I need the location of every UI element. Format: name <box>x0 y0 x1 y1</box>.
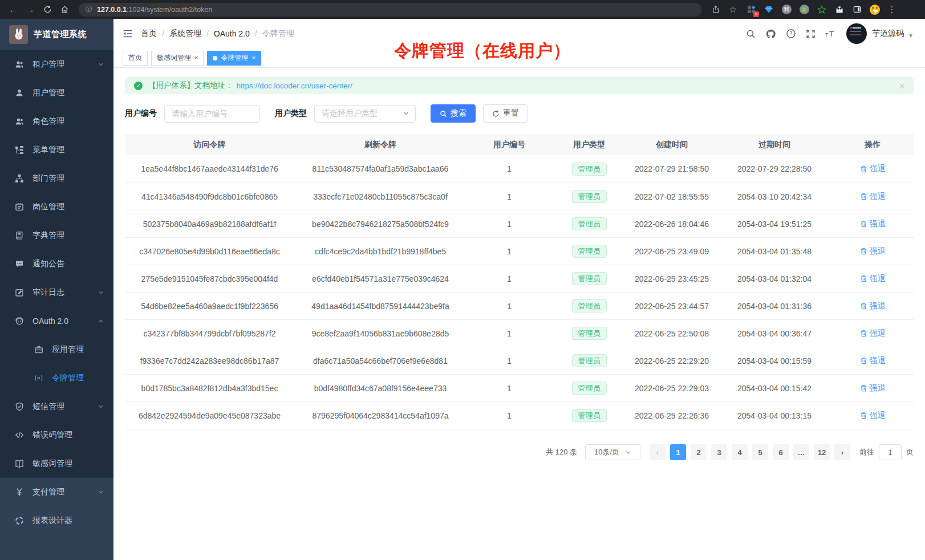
fullscreen-icon[interactable] <box>806 29 816 39</box>
search-icon[interactable] <box>746 29 756 39</box>
star-extension-icon[interactable] <box>814 3 829 17</box>
caret-down-icon[interactable]: ▼ <box>908 33 914 39</box>
sidebar-item-notice[interactable]: 通知公告 <box>0 250 113 278</box>
force-logout-button[interactable]: 强退 <box>860 301 886 311</box>
expires-time-cell: 2054-03-04 19:51:25 <box>717 210 831 237</box>
sidebar-item-pay[interactable]: 支付管理 <box>0 478 113 506</box>
recorder-icon[interactable] <box>797 3 812 17</box>
page-button-12[interactable]: 12 <box>814 444 830 460</box>
sidebar-item-role[interactable]: 角色管理 <box>0 107 113 136</box>
search-button[interactable]: 搜索 <box>431 104 476 123</box>
sidebar-item-token[interactable]: 令牌管理 <box>0 364 113 392</box>
sidebar-fold-icon[interactable] <box>123 29 133 38</box>
force-logout-button[interactable]: 强退 <box>860 411 886 421</box>
force-logout-button[interactable]: 强退 <box>860 274 886 284</box>
table-row: 275e5de9151045fe87cbdc395e004f4d e6cfd40… <box>125 265 914 292</box>
page-button-1[interactable]: 1 <box>670 444 686 460</box>
emoji-avatar-icon[interactable] <box>867 3 882 17</box>
created-time-cell: 2022-06-25 22:26:36 <box>626 402 717 429</box>
access-token-cell: 275e5de9151045fe87cbdc395e004f4d <box>125 265 294 292</box>
force-logout-button[interactable]: 强退 <box>860 383 886 393</box>
sidebar-item-report-designer[interactable]: 报表设计器 <box>0 506 113 535</box>
help-icon[interactable]: ? <box>786 29 796 39</box>
action-cell: 强退 <box>831 402 914 429</box>
tag-token-active[interactable]: 令牌管理× <box>207 51 261 66</box>
github-icon[interactable] <box>765 29 776 39</box>
page-button-6[interactable]: 6 <box>773 444 789 460</box>
share-icon[interactable] <box>708 3 723 17</box>
svg-text:?: ? <box>790 30 793 36</box>
close-icon[interactable]: × <box>251 55 255 61</box>
app-title: 芋道管理系统 <box>34 29 87 40</box>
sidebar-item-error-code[interactable]: 错误码管理 <box>0 421 113 449</box>
created-time-cell: 2022-07-02 18:55:55 <box>626 183 717 210</box>
close-icon[interactable]: × <box>194 55 198 61</box>
user-type-badge: 管理员 <box>572 245 607 258</box>
page-button-5[interactable]: 5 <box>752 444 768 460</box>
page-button-…[interactable]: … <box>793 444 809 460</box>
sidebar-item-user[interactable]: 用户管理 <box>0 79 113 107</box>
sidebar-item-tenant[interactable]: 租户管理 <box>0 50 113 79</box>
user-avatar[interactable] <box>846 23 867 44</box>
font-size-icon[interactable]: TT <box>825 29 837 38</box>
bookmark-star-icon[interactable]: ☆ <box>725 3 740 17</box>
back-icon[interactable]: ← <box>6 3 21 17</box>
user-type-select[interactable]: 请选择用户类型 <box>314 105 416 123</box>
puzzle-icon[interactable] <box>832 3 847 17</box>
action-cell: 强退 <box>831 183 914 210</box>
sidebar-item-application[interactable]: 应用管理 <box>0 335 113 364</box>
breadcrumb-system[interactable]: 系统管理 <box>169 29 201 39</box>
goto-page-input[interactable] <box>879 444 902 460</box>
page-button-4[interactable]: 4 <box>732 444 748 460</box>
user-id-cell: 1 <box>466 375 552 401</box>
force-logout-button[interactable]: 强退 <box>860 164 886 174</box>
force-logout-button[interactable]: 强退 <box>860 246 886 257</box>
side-panel-icon[interactable] <box>850 3 865 17</box>
reload-icon[interactable] <box>40 3 55 17</box>
sidebar-item-menu-tree[interactable]: 菜单管理 <box>0 136 113 164</box>
command-icon[interactable]: ⌘ <box>779 3 794 17</box>
dept-icon <box>15 174 24 183</box>
oauth-icon <box>15 316 24 326</box>
sidebar-item-audit-log[interactable]: 审计日志 <box>0 278 113 307</box>
username[interactable]: 芋道源码 <box>872 29 904 39</box>
site-info-icon[interactable]: ⓘ <box>86 5 92 14</box>
breadcrumb-home[interactable]: 首页 <box>141 29 157 39</box>
force-logout-button[interactable]: 强退 <box>860 219 886 229</box>
sidebar-item-dept[interactable]: 部门管理 <box>0 164 113 193</box>
page-size-select[interactable]: 10条/页 <box>585 444 640 460</box>
force-logout-button[interactable]: 强退 <box>860 328 886 339</box>
forward-icon[interactable]: → <box>23 3 38 17</box>
user-id-input[interactable] <box>164 105 260 123</box>
breadcrumb-oauth[interactable]: OAuth 2.0 <box>214 29 250 38</box>
sidebar-item-post[interactable]: 岗位管理 <box>0 193 113 221</box>
force-logout-button[interactable]: 强退 <box>860 356 886 366</box>
logo-avatar <box>9 25 28 44</box>
alert-close-icon[interactable]: × <box>899 81 904 91</box>
success-check-icon: ✓ <box>134 82 143 90</box>
home-icon[interactable] <box>57 3 72 17</box>
tag-home[interactable]: 首页 <box>123 51 148 66</box>
sidebar-item-sms[interactable]: 短信管理 <box>0 392 113 421</box>
sidebar-item-sensitive-word[interactable]: 敏感词管理 <box>0 449 113 478</box>
next-page-button[interactable]: › <box>834 444 850 460</box>
filter-bar: 用户编号 用户类型 请选择用户类型 搜索 重置 <box>125 104 914 123</box>
sidebar-item-oauth[interactable]: OAuth 2.0 <box>0 307 113 335</box>
breadcrumb: 首页 / 系统管理 / OAuth 2.0 / 令牌管理 <box>141 29 294 39</box>
sidebar-item-dict[interactable]: 字典管理 <box>0 221 113 250</box>
doc-link[interactable]: https://doc.iocoder.cn/user-center/ <box>237 82 352 90</box>
extensions-grid-icon[interactable]: 9 <box>744 3 758 17</box>
page-button-3[interactable]: 3 <box>711 444 727 460</box>
force-logout-button[interactable]: 强退 <box>860 192 886 202</box>
tenant-icon <box>15 60 24 69</box>
kebab-menu-icon[interactable]: ⋮ <box>885 3 899 17</box>
gem-icon[interactable] <box>761 3 776 17</box>
tag-sensitive-word[interactable]: 敏感词管理× <box>151 51 204 66</box>
reset-button[interactable]: 重置 <box>483 104 528 123</box>
prev-page-button[interactable]: ‹ <box>650 444 666 460</box>
trash-icon <box>860 412 867 419</box>
access-token-cell: c342377bf8b344799dcbf7bf095287f2 <box>125 320 294 347</box>
page-button-2[interactable]: 2 <box>691 444 707 460</box>
address-bar[interactable]: ⓘ 127.0.0.1:1024/system/oauth2/token <box>79 3 701 17</box>
sensitive-word-icon <box>15 459 24 468</box>
